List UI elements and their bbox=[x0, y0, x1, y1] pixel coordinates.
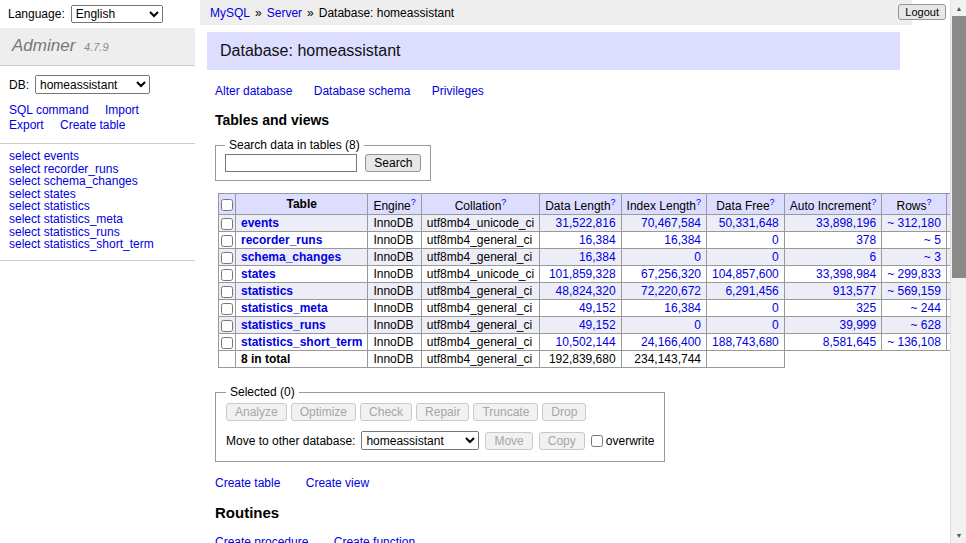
data-free-cell-link[interactable]: 104,857,600 bbox=[712, 267, 779, 281]
index-length-cell-link[interactable]: 0 bbox=[694, 318, 701, 332]
data-length-cell-link[interactable]: 16,384 bbox=[579, 233, 616, 247]
table-name-link[interactable]: recorder_runs bbox=[241, 233, 322, 247]
scrollbar-thumb[interactable] bbox=[952, 16, 966, 278]
row-checkbox[interactable] bbox=[221, 235, 233, 247]
move-db-select[interactable]: homeassistant bbox=[361, 431, 479, 450]
data-length-cell-link[interactable]: 49,152 bbox=[579, 318, 616, 332]
row-checkbox[interactable] bbox=[221, 337, 233, 349]
privileges-link[interactable]: Privileges bbox=[432, 84, 484, 98]
data-free-cell-link[interactable]: 50,331,648 bbox=[719, 216, 779, 230]
logout-button[interactable]: Logout bbox=[898, 4, 946, 20]
analyze-button[interactable]: Analyze bbox=[226, 403, 287, 421]
auto-increment-cell-link[interactable]: 39,999 bbox=[839, 318, 876, 332]
check-button[interactable]: Check bbox=[360, 403, 412, 421]
adminer-logo-link[interactable]: Adminer bbox=[12, 36, 75, 55]
rows-cell-link[interactable]: ~ 628 bbox=[911, 318, 941, 332]
index-length-cell-link[interactable]: 16,384 bbox=[664, 233, 701, 247]
table-name-link[interactable]: states bbox=[241, 267, 276, 281]
help-link[interactable]: ? bbox=[501, 197, 506, 207]
rows-cell-link[interactable]: ~ 3 bbox=[924, 250, 941, 264]
select-all-checkbox[interactable] bbox=[221, 199, 233, 211]
rows-cell-link[interactable]: ~ 312,180 bbox=[887, 216, 941, 230]
scroll-down-icon[interactable]: ▼ bbox=[951, 527, 966, 543]
row-checkbox[interactable] bbox=[221, 269, 233, 281]
sql-command-link[interactable]: SQL command bbox=[9, 103, 89, 117]
rows-cell-link[interactable]: ~ 136,108 bbox=[887, 335, 941, 349]
rows-cell-link[interactable]: ~ 5 bbox=[924, 233, 941, 247]
index-length-cell-link[interactable]: 24,166,400 bbox=[641, 335, 701, 349]
scroll-up-icon[interactable]: ▲ bbox=[951, 0, 966, 16]
data-length-cell-link[interactable]: 101,859,328 bbox=[549, 267, 616, 281]
data-free-cell-link[interactable]: 6,291,456 bbox=[725, 284, 778, 298]
create-function-link[interactable]: Create function bbox=[334, 535, 415, 543]
language-select[interactable]: English bbox=[71, 5, 163, 23]
rows-cell-link[interactable]: ~ 569,159 bbox=[887, 284, 941, 298]
table-name-link[interactable]: statistics_runs bbox=[241, 318, 326, 332]
auto-increment-cell-link[interactable]: 6 bbox=[869, 250, 876, 264]
index-length-cell-link[interactable]: 70,467,584 bbox=[641, 216, 701, 230]
auto-increment-cell-link[interactable]: 378 bbox=[856, 233, 876, 247]
auto-increment-cell-link[interactable]: 913,577 bbox=[833, 284, 876, 298]
breadcrumb-mysql-link[interactable]: MySQL bbox=[210, 6, 250, 20]
breadcrumb-server-link[interactable]: Server bbox=[267, 6, 302, 20]
index-length-cell-link[interactable]: 72,220,672 bbox=[641, 284, 701, 298]
optimize-button[interactable]: Optimize bbox=[291, 403, 356, 421]
data-length-cell-link[interactable]: 48,824,320 bbox=[556, 284, 616, 298]
auto-increment-cell-link[interactable]: 33,898,196 bbox=[816, 216, 876, 230]
table-name-link[interactable]: statistics bbox=[241, 284, 293, 298]
help-link[interactable]: ? bbox=[871, 197, 876, 207]
auto-increment-cell-link[interactable]: 8,581,645 bbox=[823, 335, 876, 349]
data-length-cell-link[interactable]: 31,522,816 bbox=[556, 216, 616, 230]
index-length-cell: 70,467,584 bbox=[621, 215, 706, 232]
row-checkbox[interactable] bbox=[221, 218, 233, 230]
data-free-cell-link[interactable]: 0 bbox=[772, 318, 779, 332]
data-free-cell-link[interactable]: 0 bbox=[772, 250, 779, 264]
table-name-link[interactable]: schema_changes bbox=[241, 250, 341, 264]
help-link[interactable]: ? bbox=[411, 197, 416, 207]
db-select[interactable]: homeassistant bbox=[35, 75, 150, 94]
data-free-cell-link[interactable]: 0 bbox=[772, 233, 779, 247]
data-free-cell-link[interactable]: 0 bbox=[772, 301, 779, 315]
index-length-cell-link[interactable]: 16,384 bbox=[664, 301, 701, 315]
rows-cell-link[interactable]: ~ 299,833 bbox=[887, 267, 941, 281]
import-link[interactable]: Import bbox=[105, 103, 139, 117]
create-view-link[interactable]: Create view bbox=[306, 476, 369, 490]
row-checkbox[interactable] bbox=[221, 252, 233, 264]
data-length-cell: 16,384 bbox=[540, 249, 621, 266]
row-checkbox[interactable] bbox=[221, 286, 233, 298]
help-link[interactable]: ? bbox=[770, 197, 775, 207]
drop-button[interactable]: Drop bbox=[542, 403, 586, 421]
help-link[interactable]: ? bbox=[611, 197, 616, 207]
create-table-link[interactable]: Create table bbox=[60, 118, 125, 132]
move-button[interactable]: Move bbox=[485, 432, 532, 450]
data-length-cell-link[interactable]: 10,502,144 bbox=[556, 335, 616, 349]
index-length-cell-link[interactable]: 67,256,320 bbox=[641, 267, 701, 281]
auto-increment-cell-link[interactable]: 33,398,984 bbox=[816, 267, 876, 281]
search-input[interactable] bbox=[225, 154, 357, 172]
database-schema-link[interactable]: Database schema bbox=[314, 84, 411, 98]
data-free-cell-link[interactable]: 188,743,680 bbox=[712, 335, 779, 349]
sidebar-select-link[interactable]: select statistics_short_term bbox=[9, 237, 154, 251]
truncate-button[interactable]: Truncate bbox=[473, 403, 538, 421]
create-procedure-link[interactable]: Create procedure bbox=[215, 535, 308, 543]
row-checkbox[interactable] bbox=[221, 303, 233, 315]
data-length-cell-link[interactable]: 16,384 bbox=[579, 250, 616, 264]
repair-button[interactable]: Repair bbox=[416, 403, 469, 421]
index-length-cell-link[interactable]: 0 bbox=[694, 250, 701, 264]
search-button[interactable]: Search bbox=[365, 154, 421, 172]
help-link[interactable]: ? bbox=[927, 197, 932, 207]
help-link[interactable]: ? bbox=[696, 197, 701, 207]
table-name-link[interactable]: statistics_meta bbox=[241, 301, 328, 315]
table-name-link[interactable]: statistics_short_term bbox=[241, 335, 362, 349]
data-length-cell-link[interactable]: 49,152 bbox=[579, 301, 616, 315]
vertical-scrollbar[interactable]: ▲ ▼ bbox=[950, 0, 966, 543]
alter-database-link[interactable]: Alter database bbox=[215, 84, 292, 98]
copy-button[interactable]: Copy bbox=[539, 432, 585, 450]
create-table-link-main[interactable]: Create table bbox=[215, 476, 280, 490]
auto-increment-cell-link[interactable]: 325 bbox=[856, 301, 876, 315]
table-name-link[interactable]: events bbox=[241, 216, 279, 230]
overwrite-checkbox[interactable] bbox=[591, 435, 603, 447]
row-checkbox[interactable] bbox=[221, 320, 233, 332]
export-link[interactable]: Export bbox=[9, 118, 44, 132]
rows-cell-link[interactable]: ~ 244 bbox=[911, 301, 941, 315]
